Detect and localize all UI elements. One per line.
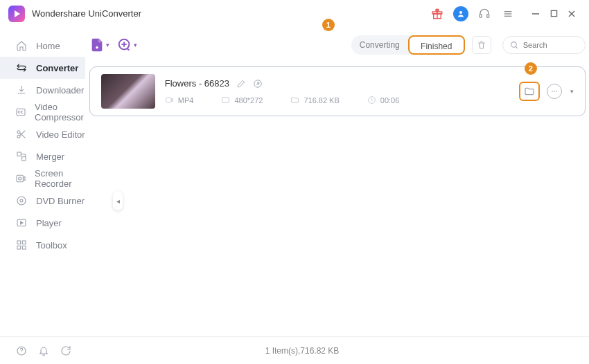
file-format: MP4 — [165, 95, 194, 104]
minimize-button[interactable] — [527, 5, 545, 23]
svg-point-18 — [19, 177, 21, 180]
sidebar-item-label: Video Editor — [36, 129, 85, 140]
sidebar-item-label: Video Compressor — [35, 102, 85, 122]
sidebar-item-home[interactable]: Home — [0, 35, 85, 57]
file-name: Flowers - 66823 — [165, 78, 229, 89]
close-button[interactable] — [563, 5, 581, 23]
svg-point-19 — [17, 197, 26, 205]
clear-list-button[interactable] — [472, 36, 491, 54]
merge-icon — [15, 150, 28, 163]
sidebar-item-editor[interactable]: Video Editor — [0, 123, 85, 145]
converter-icon — [15, 62, 28, 74]
search-box[interactable] — [502, 36, 586, 54]
add-url-button[interactable]: ▾ — [117, 35, 138, 55]
sidebar-item-label: Merger — [36, 152, 64, 162]
help-icon[interactable] — [15, 345, 28, 357]
edit-name-icon[interactable] — [236, 79, 246, 89]
svg-point-14 — [17, 135, 20, 138]
svg-rect-4 — [487, 14, 489, 17]
sidebar-item-merger[interactable]: Merger — [0, 145, 85, 167]
sidebar-item-dvd[interactable]: DVD Burner — [0, 190, 85, 212]
disc-icon — [15, 194, 28, 207]
dimensions-icon — [221, 95, 230, 104]
file-resolution: 480*272 — [221, 95, 263, 104]
sidebar-item-label: Screen Recorder — [35, 168, 85, 189]
content-toolbar: ▾ ▾ 1 Converting Finished — [89, 28, 586, 62]
bell-icon[interactable] — [37, 345, 50, 357]
svg-rect-30 — [222, 98, 229, 103]
chevron-down-icon[interactable]: ▾ — [570, 88, 574, 95]
file-duration: 00:06 — [367, 95, 400, 104]
file-size: 716.82 KB — [290, 95, 339, 104]
recorder-icon — [15, 172, 26, 185]
clock-icon — [367, 95, 376, 104]
titlebar: Wondershare UniConverter — [0, 0, 589, 28]
svg-point-2 — [459, 11, 462, 14]
sidebar-item-compressor[interactable]: Video Compressor — [0, 101, 85, 123]
play-icon — [15, 217, 28, 229]
svg-rect-15 — [17, 152, 21, 156]
svg-point-33 — [554, 91, 555, 92]
toolbox-icon — [15, 239, 28, 251]
svg-rect-9 — [551, 10, 556, 16]
sidebar-item-toolbox[interactable]: Toolbox — [0, 234, 85, 256]
share-icon[interactable] — [253, 79, 263, 89]
svg-rect-29 — [166, 98, 171, 102]
gift-icon[interactable] — [430, 6, 445, 21]
svg-rect-24 — [17, 246, 21, 249]
hamburger-menu-icon[interactable] — [500, 6, 516, 21]
compress-icon — [15, 106, 26, 118]
maximize-button[interactable] — [545, 5, 563, 23]
svg-point-27 — [511, 42, 516, 47]
chevron-down-icon: ▾ — [134, 42, 137, 48]
feedback-icon[interactable] — [60, 345, 72, 357]
svg-rect-23 — [22, 241, 26, 244]
sidebar-item-downloader[interactable]: Downloader — [0, 79, 85, 101]
svg-rect-17 — [17, 175, 23, 181]
content-area: ▾ ▾ 1 Converting Finished — [85, 28, 589, 336]
sidebar-item-label: Player — [36, 218, 62, 228]
tab-finished[interactable]: Finished — [408, 35, 465, 55]
svg-rect-22 — [17, 241, 21, 244]
open-folder-button[interactable] — [519, 82, 540, 101]
svg-point-34 — [556, 91, 557, 92]
search-input[interactable] — [523, 41, 577, 49]
sidebar-item-label: Converter — [36, 63, 78, 73]
status-summary: 1 Item(s),716.82 KB — [72, 346, 532, 356]
video-thumbnail — [101, 74, 155, 109]
headset-icon[interactable] — [477, 6, 492, 21]
add-file-button[interactable]: ▾ — [89, 35, 110, 55]
search-icon — [510, 41, 519, 50]
window-controls — [527, 5, 581, 23]
folder-icon — [290, 95, 299, 104]
chevron-down-icon: ▾ — [106, 42, 109, 48]
sidebar-item-converter[interactable]: Converter — [0, 57, 85, 79]
app-title: Wondershare UniConverter — [32, 8, 141, 19]
video-icon — [165, 95, 174, 104]
sidebar-item-recorder[interactable]: Screen Recorder — [0, 167, 85, 190]
svg-point-20 — [20, 199, 23, 202]
more-options-button[interactable] — [547, 84, 562, 99]
download-icon — [15, 84, 28, 96]
tab-converting[interactable]: Converting — [351, 35, 408, 55]
home-icon — [15, 39, 28, 52]
file-row: Flowers - 66823 MP4 480*272 71 — [89, 66, 586, 116]
tab-switcher: Converting Finished — [351, 35, 465, 55]
app-logo — [8, 6, 25, 22]
sidebar-item-label: Home — [36, 41, 60, 51]
file-actions: 2 ▾ — [519, 82, 574, 101]
sidebar-item-label: Toolbox — [36, 240, 67, 251]
svg-point-13 — [17, 131, 20, 134]
svg-rect-3 — [480, 14, 482, 17]
user-avatar-icon[interactable] — [453, 6, 468, 21]
svg-rect-25 — [22, 246, 26, 249]
svg-rect-16 — [22, 157, 26, 161]
svg-point-32 — [552, 91, 553, 92]
statusbar: 1 Item(s),716.82 KB — [0, 336, 589, 364]
callout-badge-2: 2 — [525, 62, 537, 75]
scissors-icon — [15, 128, 28, 140]
sidebar-item-label: Downloader — [36, 85, 84, 95]
sidebar-item-player[interactable]: Player — [0, 212, 85, 234]
sidebar: Home Converter Downloader Video Compress… — [0, 28, 85, 336]
callout-badge-1: 1 — [322, 19, 335, 31]
